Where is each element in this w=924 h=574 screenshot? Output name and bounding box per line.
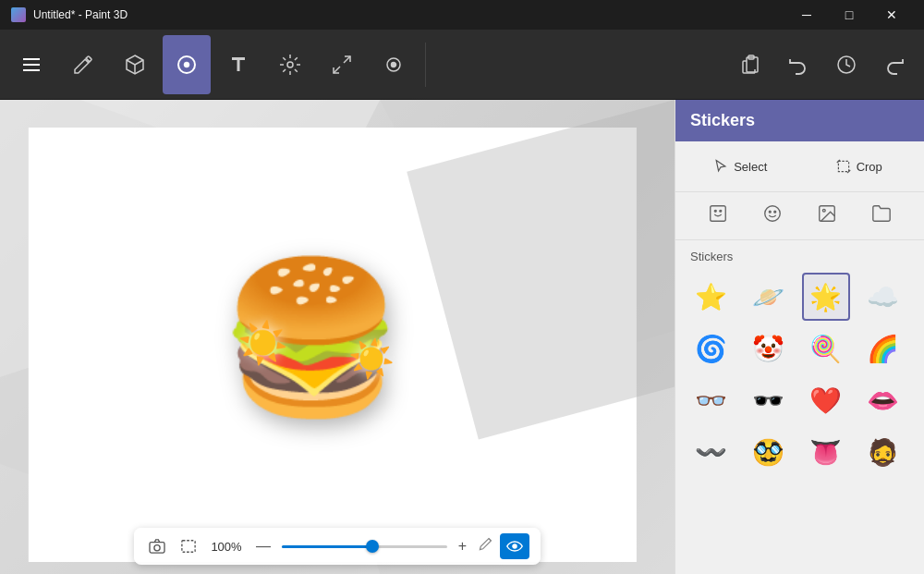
- svg-point-32: [765, 206, 781, 222]
- sticker-lips[interactable]: 👄: [859, 376, 907, 424]
- face-icon-button[interactable]: [755, 200, 790, 232]
- svg-rect-29: [710, 206, 725, 222]
- close-button[interactable]: ✕: [870, 0, 913, 30]
- svg-point-12: [392, 62, 396, 67]
- svg-rect-26: [838, 161, 848, 171]
- svg-point-25: [513, 544, 517, 548]
- select-label: Select: [734, 160, 767, 174]
- history-button[interactable]: [824, 35, 869, 94]
- panel-tools: Select Crop: [675, 141, 924, 191]
- svg-point-30: [714, 210, 716, 212]
- title-bar-left: Untitled* - Paint 3D: [11, 7, 128, 22]
- brush-tool-button[interactable]: [59, 35, 107, 94]
- zoom-slider[interactable]: [282, 537, 447, 556]
- 3d-tool-button[interactable]: [111, 35, 159, 94]
- image-icon-button[interactable]: [809, 200, 845, 232]
- view-button[interactable]: [500, 533, 529, 559]
- svg-point-8: [287, 62, 293, 67]
- svg-rect-23: [182, 541, 195, 552]
- sticker-clown[interactable]: 🤡: [744, 324, 792, 372]
- zoom-in-button[interactable]: +: [455, 538, 470, 555]
- svg-line-4: [127, 60, 135, 65]
- burger-canvas-object[interactable]: 🍔 ☀️ ☀️: [182, 199, 441, 476]
- zoom-out-button[interactable]: —: [252, 538, 274, 555]
- sticker-cloud[interactable]: ☁️: [859, 273, 907, 321]
- sticker-tongue[interactable]: 👅: [802, 428, 850, 476]
- emoji-icon-button[interactable]: [700, 200, 736, 232]
- sticker-heart[interactable]: ❤️: [802, 376, 850, 424]
- sticker-lollipop[interactable]: 🍭: [802, 324, 850, 372]
- bottom-toolbar: 100% — +: [134, 528, 541, 565]
- main-toolbar: [0, 30, 924, 100]
- pencil-button[interactable]: [478, 537, 492, 556]
- sticker-planet[interactable]: 🪐: [744, 273, 792, 321]
- zoom-level: 100%: [208, 540, 245, 554]
- draw-tool-button[interactable]: [163, 35, 211, 94]
- svg-point-22: [154, 545, 160, 551]
- settings-tool-button[interactable]: [370, 35, 418, 94]
- svg-point-34: [774, 211, 776, 213]
- title-bar: Untitled* - Paint 3D ─ □ ✕: [0, 0, 924, 30]
- sticker-sun-selected[interactable]: 🌟: [802, 273, 850, 321]
- panel-header: Stickers: [675, 100, 924, 141]
- right-panel: Stickers Select Crop: [675, 100, 924, 574]
- panel-title: Stickers: [690, 111, 755, 129]
- svg-line-5: [135, 60, 143, 65]
- sun-sticker-1: ☀️: [237, 319, 288, 367]
- main-area: 🍔 ☀️ ☀️ 100% —: [0, 100, 924, 574]
- stickers-grid: ⭐ 🪐 🌟 ☁️ 🌀 🤡 🍭 🌈 👓 🕶️ ❤️ 👄 〰️ 🥸 👅 🧔: [675, 269, 924, 480]
- stickers-scroll[interactable]: ⭐ 🪐 🌟 ☁️ 🌀 🤡 🍭 🌈 👓 🕶️ ❤️ 👄 〰️ 🥸 👅 🧔: [675, 269, 924, 574]
- crop-label: Crop: [857, 160, 882, 174]
- sticker-rainbow[interactable]: 🌈: [859, 324, 907, 372]
- svg-point-36: [823, 209, 826, 212]
- burger-with-stickers: 🍔 ☀️ ☀️: [219, 263, 404, 411]
- window-controls: ─ □ ✕: [785, 0, 913, 30]
- svg-point-31: [719, 210, 721, 212]
- sticker-spiral[interactable]: 🌀: [687, 324, 735, 372]
- screenshot-button[interactable]: [145, 537, 169, 556]
- stickers-section-label: Stickers: [675, 240, 924, 269]
- sticker-beard[interactable]: 🧔: [859, 428, 907, 476]
- selection-button[interactable]: [176, 537, 201, 556]
- window-title: Untitled* - Paint 3D: [33, 8, 128, 21]
- svg-line-24: [489, 539, 491, 541]
- svg-line-10: [334, 67, 340, 73]
- crop-tool-button[interactable]: Crop: [802, 149, 918, 184]
- folder-icon-button[interactable]: [864, 200, 899, 232]
- sticker-glasses[interactable]: 👓: [687, 376, 735, 424]
- svg-point-7: [184, 62, 189, 67]
- undo-button[interactable]: [776, 35, 821, 94]
- minimize-button[interactable]: ─: [785, 0, 828, 30]
- sticker-wave[interactable]: 〰️: [687, 428, 735, 476]
- paste-button[interactable]: [728, 35, 772, 94]
- redo-button[interactable]: [872, 35, 917, 94]
- maximize-button[interactable]: □: [828, 0, 870, 30]
- text-tool-button[interactable]: [214, 35, 262, 94]
- zoom-thumb: [366, 540, 379, 553]
- resize-tool-button[interactable]: [318, 35, 366, 94]
- toolbar-divider: [425, 43, 426, 87]
- menu-button[interactable]: [7, 35, 55, 94]
- canvas-area[interactable]: 🍔 ☀️ ☀️ 100% —: [0, 100, 675, 574]
- sticker-sunglasses[interactable]: 🕶️: [744, 376, 792, 424]
- sticker-star[interactable]: ⭐: [687, 273, 735, 321]
- zoom-fill: [282, 545, 372, 548]
- svg-point-33: [769, 211, 771, 213]
- app-icon: [11, 7, 26, 22]
- sun-sticker-2: ☀️: [348, 337, 395, 381]
- svg-line-9: [344, 56, 350, 63]
- panel-icon-row: [675, 191, 924, 240]
- effects-tool-button[interactable]: [266, 35, 314, 94]
- zoom-track: [282, 545, 447, 548]
- toolbar-right: [728, 35, 917, 94]
- select-tool-button[interactable]: Select: [683, 149, 798, 184]
- sticker-moustache[interactable]: 🥸: [744, 428, 792, 476]
